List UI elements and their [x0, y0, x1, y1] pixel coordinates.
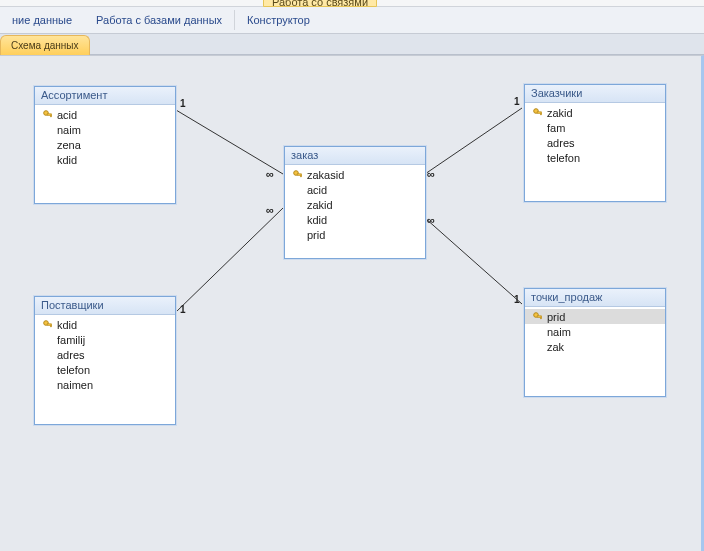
menu-item-design[interactable]: Конструктор — [235, 7, 322, 33]
table-customers[interactable]: Заказчики zakid fam adres telefon — [524, 84, 666, 202]
cardinality-one: 1 — [180, 304, 186, 315]
field-name: zakid — [545, 107, 573, 119]
field-row[interactable]: kdid — [35, 317, 175, 332]
field-row[interactable]: naim — [35, 122, 175, 137]
field-name: zakasid — [305, 169, 344, 181]
table-title[interactable]: Ассортимент — [35, 87, 175, 105]
table-title[interactable]: заказ — [285, 147, 425, 165]
field-row[interactable]: familij — [35, 332, 175, 347]
field-row[interactable]: naim — [525, 324, 665, 339]
table-assortment[interactable]: Ассортимент acid naim zena kdid — [34, 86, 176, 204]
cardinality-many: ∞ — [266, 168, 272, 180]
field-row[interactable]: zakid — [525, 105, 665, 120]
field-name: zak — [545, 341, 564, 353]
cardinality-one: 1 — [514, 294, 520, 305]
field-row[interactable]: zena — [35, 137, 175, 152]
field-name: familij — [55, 334, 85, 346]
primary-key-icon — [41, 110, 55, 120]
field-row[interactable]: prid — [525, 309, 665, 324]
field-name: acid — [305, 184, 327, 196]
svg-line-0 — [176, 110, 283, 174]
table-title[interactable]: Поставщики — [35, 297, 175, 315]
field-name: acid — [55, 109, 77, 121]
cardinality-many: ∞ — [427, 168, 433, 180]
field-name: kdid — [55, 319, 77, 331]
field-name: telefon — [55, 364, 90, 376]
svg-line-3 — [425, 218, 522, 304]
table-fields: kdid familij adres telefon naimen — [35, 315, 175, 424]
field-row[interactable]: acid — [35, 107, 175, 122]
primary-key-icon — [41, 320, 55, 330]
field-row[interactable]: kdid — [285, 212, 425, 227]
svg-rect-18 — [540, 317, 541, 319]
field-name: zena — [55, 139, 81, 151]
document-tab-schema[interactable]: Схема данных — [0, 35, 90, 55]
field-row[interactable]: zakid — [285, 197, 425, 212]
field-name: naim — [55, 124, 81, 136]
table-fields: zakasid acid zakid kdid prid — [285, 165, 425, 258]
primary-key-icon — [291, 170, 305, 180]
table-fields: zakid fam adres telefon — [525, 103, 665, 201]
field-name: adres — [55, 349, 85, 361]
ribbon-top-strip: Работа со связями — [0, 0, 704, 7]
field-row[interactable]: kdid — [35, 152, 175, 167]
cardinality-one: 1 — [180, 98, 186, 109]
svg-rect-9 — [300, 175, 301, 177]
primary-key-icon — [531, 108, 545, 118]
field-name: kdid — [55, 154, 77, 166]
field-name: zakid — [305, 199, 333, 211]
document-tab-row: Схема данных — [0, 34, 704, 55]
relationship-canvas[interactable]: 1 ∞ 1 ∞ 1 ∞ 1 ∞ Ассортимент acid naim ze… — [0, 55, 704, 551]
field-name: fam — [545, 122, 565, 134]
table-sales-points[interactable]: точки_продаж prid naim zak — [524, 288, 666, 397]
svg-rect-12 — [540, 113, 541, 115]
table-suppliers[interactable]: Поставщики kdid familij adres telefon na… — [34, 296, 176, 425]
field-row[interactable]: telefon — [35, 362, 175, 377]
svg-rect-15 — [50, 325, 51, 327]
field-name: prid — [305, 229, 325, 241]
svg-rect-6 — [50, 115, 51, 117]
table-fields: acid naim zena kdid — [35, 105, 175, 203]
field-row[interactable]: adres — [525, 135, 665, 150]
field-row[interactable]: telefon — [525, 150, 665, 165]
field-row[interactable]: fam — [525, 120, 665, 135]
cardinality-many: ∞ — [427, 214, 433, 226]
menu-item-database-tools[interactable]: Работа с базами данных — [84, 7, 234, 33]
field-row[interactable]: naimen — [35, 377, 175, 392]
table-fields: prid naim zak — [525, 307, 665, 396]
field-row[interactable]: zakasid — [285, 167, 425, 182]
field-name: adres — [545, 137, 575, 149]
svg-line-2 — [176, 208, 283, 312]
field-row[interactable]: prid — [285, 227, 425, 242]
cardinality-one: 1 — [514, 96, 520, 107]
svg-line-1 — [425, 108, 522, 174]
field-row[interactable]: adres — [35, 347, 175, 362]
menu-item-external-data[interactable]: ние данные — [0, 7, 84, 33]
ribbon-menu: ние данные Работа с базами данных Констр… — [0, 7, 704, 34]
field-name: telefon — [545, 152, 580, 164]
field-name: naimen — [55, 379, 93, 391]
primary-key-icon — [531, 312, 545, 322]
cardinality-many: ∞ — [266, 204, 272, 216]
table-order[interactable]: заказ zakasid acid zakid kdid prid — [284, 146, 426, 259]
field-name: kdid — [305, 214, 327, 226]
field-row[interactable]: zak — [525, 339, 665, 354]
ribbon-tab-relationships[interactable]: Работа со связями — [263, 0, 377, 7]
field-name: prid — [545, 311, 565, 323]
table-title[interactable]: точки_продаж — [525, 289, 665, 307]
field-name: naim — [545, 326, 571, 338]
field-row[interactable]: acid — [285, 182, 425, 197]
table-title[interactable]: Заказчики — [525, 85, 665, 103]
